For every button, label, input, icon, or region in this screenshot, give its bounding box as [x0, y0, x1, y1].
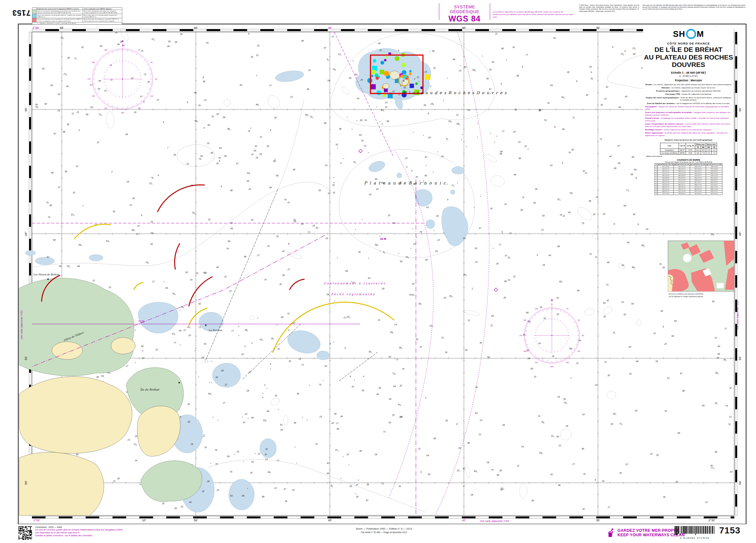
svg-text:60: 60 [556, 435, 559, 438]
svg-text:60: 60 [208, 124, 210, 126]
svg-text:+: + [490, 132, 491, 134]
svg-text:51: 51 [81, 46, 84, 48]
svg-text:46: 46 [269, 186, 272, 188]
svg-text:11: 11 [141, 50, 143, 52]
svg-text:66: 66 [614, 167, 617, 169]
svg-text:37: 37 [92, 280, 95, 282]
svg-text:67: 67 [489, 88, 492, 90]
svg-text:61: 61 [508, 256, 510, 259]
title-paragraph: Chenal d'accès : le balisage est suscept… [645, 117, 732, 122]
svg-text:43: 43 [150, 243, 153, 245]
svg-text:✶: ✶ [264, 384, 266, 386]
svg-text:37: 37 [714, 337, 717, 339]
label-plateau-roches-douvres: P l a t e a u d e s R o c h e s D o u v … [404, 90, 507, 95]
svg-text:17: 17 [126, 365, 129, 367]
lighthouse-star-icon: ✶ [204, 324, 207, 327]
svg-text:13: 13 [256, 54, 259, 56]
svg-text:72: 72 [600, 138, 602, 140]
svg-text:45: 45 [200, 155, 203, 157]
svg-text:+: + [462, 133, 463, 135]
svg-text:+: + [433, 171, 434, 173]
svg-text:72: 72 [110, 79, 113, 81]
svg-text:56: 56 [67, 57, 70, 59]
svg-text:22: 22 [204, 272, 207, 274]
svg-text:+: + [209, 381, 210, 384]
svg-text:43: 43 [66, 85, 69, 87]
svg-text:12: 12 [157, 99, 159, 101]
svg-text:61: 61 [113, 210, 115, 212]
svg-text:47: 47 [680, 372, 683, 375]
svg-text:35: 35 [486, 77, 489, 80]
shom-logo-m: M [697, 29, 704, 39]
barcode: 3 518080 071539 [673, 526, 716, 539]
svg-text:27: 27 [183, 329, 186, 332]
svg-text:30: 30 [566, 308, 568, 310]
svg-text:19: 19 [424, 71, 427, 73]
svg-text:20: 20 [188, 334, 191, 337]
lighthouse-star-icon: ✶ [402, 79, 405, 83]
svg-text:40: 40 [718, 345, 720, 347]
currents-row: +2076 1,9 1,0082 2,2 1,1 069 1,7 0,9073 … [655, 183, 722, 186]
svg-text:+: + [423, 134, 424, 136]
svg-text:43: 43 [625, 95, 627, 98]
barcode-digits: 3 518080 071539 [673, 537, 716, 539]
legend-text-en: Areas where data are inadequate or doubt… [83, 18, 122, 22]
zoc-caption-line1: Zones de confiance des données (CATZOC) [669, 293, 704, 295]
svg-text:+: + [322, 379, 324, 382]
svg-text:46: 46 [607, 261, 609, 263]
svg-text:2°52': 2°52' [34, 519, 40, 522]
svg-text:8: 8 [330, 343, 331, 345]
svg-text:66: 66 [562, 128, 565, 130]
svg-text:24: 24 [538, 342, 541, 345]
legend-row: Zones où les données sont de qualité moy… [32, 14, 122, 18]
svg-text:83: 83 [530, 368, 533, 370]
svg-text:32: 32 [583, 473, 586, 475]
svg-text:47: 47 [287, 201, 290, 203]
svg-text:51: 51 [399, 485, 401, 487]
svg-text:28: 28 [381, 288, 384, 290]
svg-text:66: 66 [636, 360, 639, 363]
svg-text:13: 13 [729, 416, 732, 418]
svg-text:53: 53 [412, 283, 414, 285]
svg-text:210: 210 [535, 362, 538, 363]
svg-text:48: 48 [242, 495, 244, 497]
svg-text:43: 43 [504, 297, 506, 299]
svg-text:67: 67 [617, 145, 620, 147]
svg-text:47: 47 [324, 47, 327, 49]
svg-text:13: 13 [328, 192, 330, 194]
svg-text:36: 36 [180, 33, 182, 35]
svg-text:120: 120 [150, 95, 153, 97]
currents-row: -1304 0,8 0,4310 0,9 0,5 296 0,7 0,4301 … [655, 177, 722, 179]
svg-text:✶: ✶ [139, 483, 141, 486]
svg-text:56: 56 [487, 356, 490, 358]
legend-text-fr: Zones où les données sont incomplètes ou… [36, 18, 83, 22]
svg-text:75: 75 [582, 222, 584, 224]
svg-text:78: 78 [443, 297, 446, 299]
svg-text:+: + [302, 417, 303, 419]
svg-text:3: 3 [78, 129, 80, 131]
svg-text:78: 78 [203, 343, 206, 345]
currents-row: +6112 0,7 0,4118 0,8 0,4 105 0,6 0,3110 … [655, 192, 722, 195]
svg-text:36: 36 [425, 259, 428, 261]
svg-text:+: + [210, 462, 211, 465]
svg-text:68: 68 [230, 189, 233, 191]
svg-text:50: 50 [230, 495, 233, 497]
svg-text:27: 27 [257, 254, 260, 256]
svg-text:46: 46 [99, 80, 101, 82]
legend-color-swatch [32, 14, 36, 18]
svg-text:64: 64 [426, 454, 429, 457]
svg-text:150: 150 [138, 107, 141, 109]
svg-text:180: 180 [550, 366, 553, 368]
svg-text:21: 21 [315, 443, 318, 445]
svg-text:29: 29 [656, 454, 659, 456]
svg-text:26: 26 [187, 403, 190, 405]
legend-text-fr: Zones où les données sont de qualité moy… [36, 14, 83, 18]
svg-text:+: + [163, 281, 165, 283]
svg-text:+: + [243, 461, 244, 463]
svg-text:67: 67 [54, 132, 57, 135]
svg-text:63: 63 [355, 73, 357, 76]
svg-text:+: + [377, 244, 378, 247]
svg-text:21: 21 [562, 215, 565, 217]
svg-text:2: 2 [111, 171, 113, 173]
svg-text:21: 21 [248, 130, 251, 132]
